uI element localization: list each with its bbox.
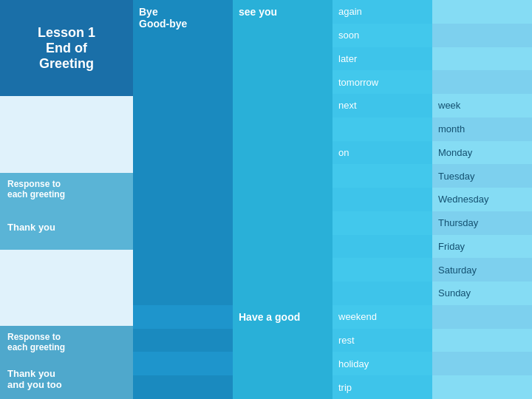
table-row: trip [133, 375, 532, 399]
sidebar-spacer-1 [0, 96, 133, 173]
col1-empty-cell [133, 329, 233, 352]
col4-cell: Monday [432, 141, 532, 165]
col3-cell: again [332, 0, 432, 24]
col4-cell [432, 24, 532, 47]
table-row: rest [133, 329, 532, 352]
col3-cell: soon [332, 24, 432, 47]
sidebar-thankyou-1: Thank you [0, 205, 133, 250]
vocabulary-table: ByeGood-byesee youagainsoonlatertomorrow… [133, 0, 532, 399]
col3-cell [332, 211, 432, 235]
col1-bye-cell: ByeGood-bye [133, 0, 233, 305]
col4-cell: month [432, 117, 532, 141]
col2-haveagood-cell: Have a good [233, 305, 332, 399]
col4-cell [432, 0, 532, 24]
col2-seeyou-cell: see you [233, 0, 332, 305]
col1-empty-cell [133, 375, 233, 399]
col4-cell: Tuesday [432, 164, 532, 188]
col4-cell: week [432, 94, 532, 117]
sidebar-response-1: Response to each greeting [0, 173, 133, 205]
col3-cell [332, 117, 432, 141]
col1-empty-cell [133, 352, 233, 375]
col3-cell [332, 258, 432, 282]
col4-cell: Saturday [432, 258, 532, 282]
col3-cell [332, 235, 432, 259]
col3-cell [332, 282, 432, 305]
col3-cell [332, 164, 432, 188]
col3-cell: rest [332, 329, 432, 352]
col4-cell [432, 375, 532, 399]
col4-cell: Thursday [432, 211, 532, 235]
main-container: Lesson 1 End of Greeting Response to eac… [0, 0, 532, 399]
col4-cell: Sunday [432, 282, 532, 305]
col3-cell: on [332, 141, 432, 165]
col3-cell: trip [332, 375, 432, 399]
table-row: holiday [133, 352, 532, 375]
sidebar-response-2: Response to each greeting [0, 326, 133, 358]
lesson-title: Lesson 1 End of Greeting [0, 0, 133, 96]
content-grid: ByeGood-byesee youagainsoonlatertomorrow… [133, 0, 532, 399]
col4-cell [432, 70, 532, 94]
col4-cell [432, 305, 532, 329]
table-row: ByeGood-byesee youagain [133, 0, 532, 24]
col3-cell [332, 188, 432, 211]
col1-empty-cell [133, 305, 233, 329]
col4-cell: Wednesday [432, 188, 532, 211]
sidebar: Lesson 1 End of Greeting Response to eac… [0, 0, 133, 399]
col3-cell: next [332, 94, 432, 117]
col3-cell: later [332, 47, 432, 71]
col4-cell [432, 352, 532, 375]
col3-cell: weekend [332, 305, 432, 329]
col3-cell: holiday [332, 352, 432, 375]
col4-cell [432, 47, 532, 71]
col4-cell: Friday [432, 235, 532, 259]
col4-cell [432, 329, 532, 352]
table-row: Have a goodweekend [133, 305, 532, 329]
col3-cell: tomorrow [332, 70, 432, 94]
sidebar-spacer-2 [0, 250, 133, 327]
sidebar-thankyou-2: Thank you and you too [0, 358, 133, 399]
